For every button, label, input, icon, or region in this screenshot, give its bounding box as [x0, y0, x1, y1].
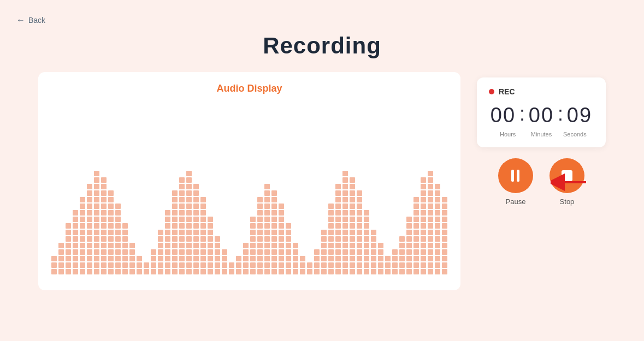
- waveform-segment: [271, 230, 277, 235]
- waveform-segment: [165, 249, 170, 255]
- waveform-segment: [179, 236, 185, 242]
- waveform-segment: [250, 249, 256, 255]
- waveform-segment: [193, 197, 199, 202]
- waveform-column: [158, 230, 163, 274]
- stop-label: Stop: [560, 198, 575, 206]
- waveform-segment: [271, 217, 277, 222]
- waveform-segment: [179, 184, 185, 189]
- waveform-segment: [172, 249, 178, 255]
- waveform-segment: [442, 217, 447, 222]
- waveform-segment: [350, 269, 355, 274]
- waveform-segment: [271, 236, 277, 242]
- waveform-segment: [122, 249, 128, 255]
- waveform-segment: [186, 223, 192, 229]
- waveform-segment: [158, 269, 163, 274]
- waveform-segment: [279, 236, 284, 242]
- waveform-segment: [165, 269, 170, 274]
- waveform-segment: [421, 210, 426, 216]
- waveform-segment: [271, 249, 277, 255]
- waveform-segment: [186, 190, 192, 196]
- waveform-column: [300, 256, 305, 274]
- waveform-segment: [208, 236, 213, 242]
- waveform-segment: [193, 217, 199, 222]
- waveform-segment: [200, 249, 206, 255]
- waveform-column: [264, 184, 270, 274]
- waveform-segment: [58, 249, 64, 255]
- waveform-segment: [87, 217, 92, 222]
- waveform-segment: [108, 223, 114, 229]
- waveform-segment: [243, 262, 249, 268]
- waveform-segment: [94, 204, 99, 209]
- waveform-segment: [428, 210, 433, 216]
- waveform-segment: [357, 249, 362, 255]
- waveform-segment: [421, 262, 426, 268]
- waveform-segment: [257, 243, 263, 248]
- waveform-segment: [342, 177, 348, 183]
- waveform-segment: [335, 230, 341, 235]
- waveform-column: [73, 210, 78, 274]
- waveform-segment: [101, 197, 107, 202]
- waveform-segment: [300, 269, 305, 274]
- waveform-segment: [108, 210, 114, 216]
- waveform-segment: [435, 190, 440, 196]
- waveform-segment: [115, 249, 121, 255]
- waveform-segment: [442, 256, 447, 261]
- waveform-segment: [101, 249, 107, 255]
- waveform-column: [428, 171, 433, 274]
- pause-button[interactable]: Pause: [498, 158, 533, 206]
- waveform-segment: [158, 249, 163, 255]
- waveform-segment: [172, 256, 178, 261]
- waveform-segment: [421, 230, 426, 235]
- waveform-segment: [73, 236, 78, 242]
- waveform-segment: [406, 236, 412, 242]
- waveform-segment: [193, 223, 199, 229]
- waveform-column: [80, 197, 85, 274]
- waveform-segment: [208, 243, 213, 248]
- waveform-segment: [80, 256, 85, 261]
- waveform-column: [371, 230, 376, 274]
- waveform-segment: [357, 217, 362, 222]
- waveform-segment: [335, 184, 341, 189]
- waveform-segment: [399, 249, 405, 255]
- waveform-segment: [200, 217, 206, 222]
- waveform-segment: [328, 210, 334, 216]
- waveform-segment: [80, 217, 85, 222]
- waveform-segment: [222, 249, 227, 255]
- hours-label: Hours: [491, 131, 524, 137]
- waveform-segment: [350, 243, 355, 248]
- waveform-segment: [243, 256, 249, 261]
- waveform-segment: [165, 230, 170, 235]
- waveform-segment: [264, 197, 270, 202]
- back-button[interactable]: ← Back: [16, 15, 45, 25]
- waveform-segment: [364, 256, 369, 261]
- pause-bar-left: [511, 170, 514, 182]
- waveform-segment: [350, 249, 355, 255]
- waveform-segment: [271, 197, 277, 202]
- waveform-segment: [421, 217, 426, 222]
- waveform-segment: [314, 249, 320, 255]
- waveform-segment: [279, 262, 284, 268]
- waveform-column: [229, 262, 234, 274]
- waveform-segment: [342, 204, 348, 209]
- waveform-segment: [264, 223, 270, 229]
- waveform-column: [392, 249, 398, 274]
- waveform-segment: [350, 177, 355, 183]
- waveform-segment: [122, 256, 128, 261]
- waveform-segment: [186, 236, 192, 242]
- waveform-segment: [108, 197, 114, 202]
- waveform-segment: [80, 197, 85, 202]
- waveform-column: [435, 184, 440, 274]
- waveform-segment: [172, 230, 178, 235]
- waveform-segment: [286, 262, 291, 268]
- back-arrow-icon: ←: [16, 15, 25, 25]
- waveform-segment: [108, 243, 114, 248]
- waveform-column: [364, 210, 369, 274]
- waveform-segment: [364, 243, 369, 248]
- waveform-segment: [442, 249, 447, 255]
- waveform-column: [413, 197, 419, 274]
- waveform-segment: [357, 230, 362, 235]
- waveform-segment: [193, 204, 199, 209]
- waveform-segment: [236, 269, 241, 274]
- waveform-segment: [286, 230, 291, 235]
- waveform-segment: [286, 256, 291, 261]
